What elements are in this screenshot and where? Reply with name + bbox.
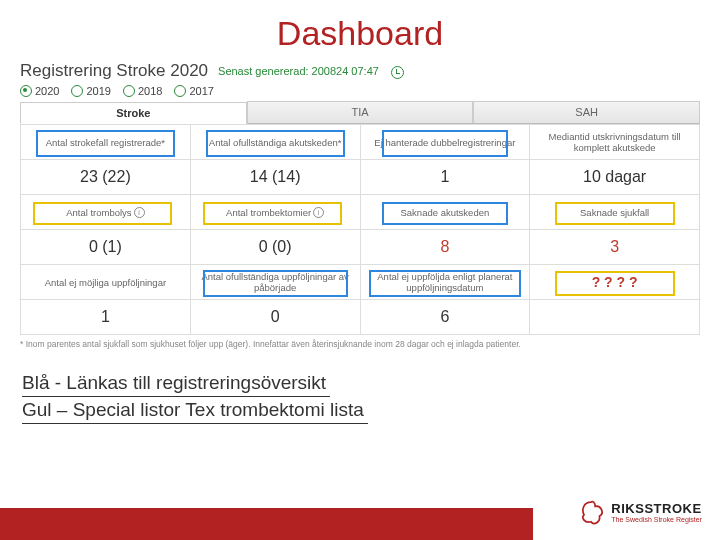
- year-radio-group: 2020 2019 2018 2017: [20, 85, 700, 97]
- info-icon[interactable]: i: [313, 207, 324, 218]
- metric-value: 0: [190, 300, 360, 335]
- metric-label[interactable]: Antal strokefall registrerade*: [46, 137, 165, 148]
- metric-value: 1: [360, 160, 530, 195]
- radio-icon: [123, 85, 135, 97]
- metric-value: 6: [360, 300, 530, 335]
- logo-text: RIKSSTROKE The Swedish Stroke Register: [611, 501, 702, 523]
- dashboard-heading: Registrering Stroke 2020: [20, 61, 208, 81]
- slide: Dashboard Registrering Stroke 2020 Senas…: [0, 0, 720, 540]
- page-title: Dashboard: [0, 14, 720, 53]
- logo-block: RIKSSTROKE The Swedish Stroke Register: [577, 498, 702, 526]
- legend-block: Blå - Länkas till registreringsöversikt …: [22, 371, 720, 425]
- year-option-2019[interactable]: 2019: [71, 85, 110, 97]
- bottom-red-band: [0, 508, 533, 540]
- year-label: 2017: [189, 85, 213, 97]
- placeholder-label: ? ? ? ?: [592, 274, 638, 290]
- radio-icon: [174, 85, 186, 97]
- metric-value: 1: [21, 300, 191, 335]
- metric-label[interactable]: Saknade sjukfall: [580, 207, 649, 218]
- metric-value: [530, 300, 700, 335]
- tab-tia[interactable]: TIA: [247, 101, 474, 123]
- tab-sah[interactable]: SAH: [473, 101, 700, 123]
- logo-title: RIKSSTROKE: [611, 501, 702, 516]
- metric-label[interactable]: Antal ofullständiga uppföljningar av påb…: [193, 271, 358, 293]
- year-option-2018[interactable]: 2018: [123, 85, 162, 97]
- metric-value: 0 (1): [21, 230, 191, 265]
- metric-label[interactable]: Saknade akutskeden: [401, 207, 490, 218]
- tab-bar: Stroke TIA SAH: [20, 101, 700, 124]
- year-option-2020[interactable]: 2020: [20, 85, 59, 97]
- metric-value: 3: [530, 230, 700, 265]
- dashboard-screenshot: Registrering Stroke 2020 Senast generera…: [20, 61, 700, 349]
- metric-label[interactable]: Antal ej uppföljda enligt planerat uppfö…: [363, 271, 528, 293]
- radio-icon: [71, 85, 83, 97]
- logo-subtitle: The Swedish Stroke Register: [611, 516, 702, 523]
- metric-value: 8: [360, 230, 530, 265]
- metric-value: 23 (22): [21, 160, 191, 195]
- generated-timestamp: Senast genererad: 200824 07:47: [218, 65, 379, 77]
- logo-icon: [577, 498, 605, 526]
- metric-value: 14 (14): [190, 160, 360, 195]
- refresh-icon[interactable]: [391, 66, 404, 79]
- metrics-grid: Antal strokefall registrerade* Antal ofu…: [20, 124, 700, 335]
- metric-label: Mediantid utskrivningsdatum till komplet…: [532, 131, 697, 153]
- metric-value: 0 (0): [190, 230, 360, 265]
- bottom-bar: RIKSSTROKE The Swedish Stroke Register: [0, 498, 720, 540]
- footnote: * Inom parentes antal sjukfall som sjukh…: [20, 339, 700, 349]
- tab-stroke[interactable]: Stroke: [20, 102, 247, 124]
- metric-label[interactable]: Antal ofullständiga akutskeden*: [209, 137, 342, 148]
- year-label: 2020: [35, 85, 59, 97]
- year-label: 2019: [86, 85, 110, 97]
- metric-value: 10 dagar: [530, 160, 700, 195]
- legend-blue: Blå - Länkas till registreringsöversikt: [22, 371, 330, 397]
- info-icon[interactable]: i: [134, 207, 145, 218]
- dashboard-heading-row: Registrering Stroke 2020 Senast generera…: [20, 61, 700, 81]
- metric-label[interactable]: Ej hanterade dubbelregistreringar: [374, 137, 515, 148]
- metric-label[interactable]: Antal trombektomier: [226, 207, 311, 218]
- year-option-2017[interactable]: 2017: [174, 85, 213, 97]
- radio-icon: [20, 85, 32, 97]
- metric-label[interactable]: Antal trombolys: [66, 207, 131, 218]
- metric-label: Antal ej möjliga uppföljningar: [45, 277, 166, 288]
- year-label: 2018: [138, 85, 162, 97]
- legend-yellow: Gul – Special listor Tex trombektomi lis…: [22, 398, 368, 424]
